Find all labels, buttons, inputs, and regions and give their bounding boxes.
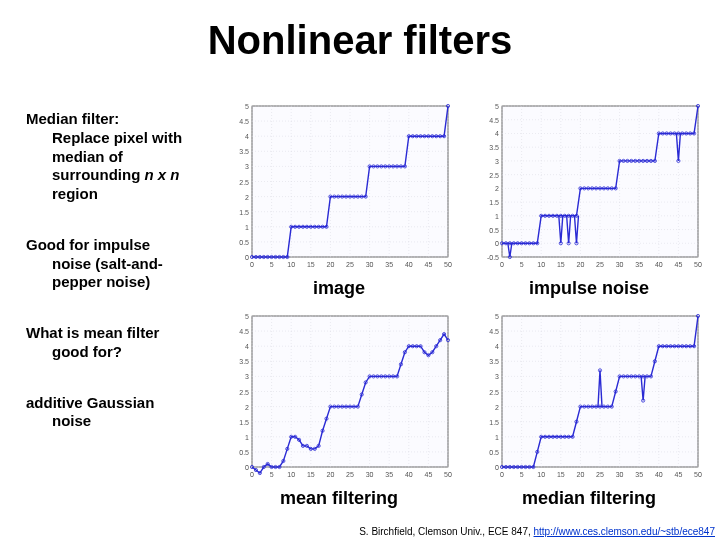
svg-text:2.5: 2.5 — [239, 389, 249, 396]
svg-text:3.5: 3.5 — [489, 144, 499, 151]
svg-text:5: 5 — [520, 471, 524, 478]
svg-text:4.5: 4.5 — [489, 117, 499, 124]
gaussian-block: additive Gaussian noise — [26, 394, 216, 432]
svg-text:50: 50 — [694, 261, 702, 268]
median-line3a: surrounding — [52, 166, 145, 183]
svg-text:35: 35 — [635, 471, 643, 478]
q-line1: What is mean filter — [26, 324, 159, 341]
footer-link[interactable]: http://www.ces.clemson.edu/~stb/ece847 — [534, 526, 716, 537]
good-for-block: Good for impulse noise (salt-and- pepper… — [26, 236, 216, 292]
svg-text:3.5: 3.5 — [239, 358, 249, 365]
svg-text:1: 1 — [495, 213, 499, 220]
svg-text:25: 25 — [346, 471, 354, 478]
svg-text:10: 10 — [537, 471, 545, 478]
svg-text:20: 20 — [577, 261, 585, 268]
svg-text:2: 2 — [245, 404, 249, 411]
svg-text:4.5: 4.5 — [239, 118, 249, 125]
chart-image: 0510152025303540455000.511.522.533.544.5… — [224, 100, 454, 273]
svg-text:35: 35 — [385, 261, 393, 268]
svg-text:0.5: 0.5 — [489, 227, 499, 234]
good-line3: pepper noise) — [26, 273, 150, 292]
svg-text:3: 3 — [495, 373, 499, 380]
median-line4: region — [52, 185, 98, 202]
svg-text:45: 45 — [425, 471, 433, 478]
svg-text:10: 10 — [287, 261, 295, 268]
svg-text:1.5: 1.5 — [489, 199, 499, 206]
gauss-line1: additive Gaussian — [26, 394, 154, 411]
caption-mean-filtering: mean filtering — [224, 488, 454, 509]
chart-median-filtering: 0510152025303540455000.511.522.533.544.5… — [474, 310, 704, 483]
svg-text:0.5: 0.5 — [239, 239, 249, 246]
q-line2: good for? — [26, 343, 122, 362]
svg-text:0: 0 — [250, 261, 254, 268]
svg-text:50: 50 — [694, 471, 702, 478]
median-filter-head: Median filter: — [26, 110, 216, 129]
svg-text:25: 25 — [596, 261, 604, 268]
slide: Nonlinear filters Median filter: Replace… — [0, 0, 720, 540]
svg-text:5: 5 — [245, 313, 249, 320]
svg-text:40: 40 — [405, 471, 413, 478]
caption-impulse-noise: impulse noise — [474, 278, 704, 299]
svg-text:40: 40 — [405, 261, 413, 268]
svg-text:50: 50 — [444, 261, 452, 268]
svg-text:25: 25 — [346, 261, 354, 268]
svg-text:30: 30 — [366, 471, 374, 478]
svg-text:4: 4 — [495, 343, 499, 350]
caption-image: image — [224, 278, 454, 299]
median-filter-block: Median filter: Replace pixel with median… — [26, 110, 216, 204]
median-line2: median of — [52, 148, 123, 165]
svg-text:40: 40 — [655, 261, 663, 268]
svg-text:0: 0 — [500, 471, 504, 478]
svg-text:2: 2 — [495, 185, 499, 192]
svg-text:5: 5 — [495, 103, 499, 110]
svg-text:3.5: 3.5 — [489, 358, 499, 365]
svg-text:4: 4 — [495, 130, 499, 137]
footer-text: S. Birchfield, Clemson Univ., ECE 847, — [359, 526, 533, 537]
svg-text:0: 0 — [495, 464, 499, 471]
svg-text:1: 1 — [245, 434, 249, 441]
svg-text:15: 15 — [557, 261, 565, 268]
chart-impulse-noise: 05101520253035404550-0.500.511.522.533.5… — [474, 100, 704, 273]
median-filter-sub: Replace pixel with median of surrounding… — [26, 129, 216, 204]
svg-text:5: 5 — [520, 261, 524, 268]
svg-text:25: 25 — [596, 471, 604, 478]
svg-text:1.5: 1.5 — [239, 419, 249, 426]
median-line1: Replace pixel with — [52, 129, 182, 146]
svg-text:4: 4 — [245, 133, 249, 140]
svg-text:10: 10 — [537, 261, 545, 268]
svg-text:2: 2 — [245, 194, 249, 201]
left-text-column: Median filter: Replace pixel with median… — [26, 110, 216, 463]
svg-text:4.5: 4.5 — [239, 328, 249, 335]
chart-mean-filtering: 0510152025303540455000.511.522.533.544.5… — [224, 310, 454, 483]
svg-text:15: 15 — [307, 471, 315, 478]
svg-text:40: 40 — [655, 471, 663, 478]
svg-text:3: 3 — [245, 163, 249, 170]
svg-text:30: 30 — [616, 261, 624, 268]
svg-text:45: 45 — [675, 471, 683, 478]
svg-text:35: 35 — [385, 471, 393, 478]
svg-text:3: 3 — [495, 158, 499, 165]
question-block: What is mean filter good for? — [26, 324, 216, 362]
svg-text:20: 20 — [327, 261, 335, 268]
svg-text:0: 0 — [245, 464, 249, 471]
svg-text:-0.5: -0.5 — [487, 254, 499, 261]
svg-text:1.5: 1.5 — [489, 419, 499, 426]
svg-text:20: 20 — [327, 471, 335, 478]
svg-text:3: 3 — [245, 373, 249, 380]
svg-text:4: 4 — [245, 343, 249, 350]
svg-text:20: 20 — [577, 471, 585, 478]
svg-text:1: 1 — [245, 224, 249, 231]
svg-text:1.5: 1.5 — [239, 209, 249, 216]
svg-text:15: 15 — [307, 261, 315, 268]
median-line3b: n x n — [145, 166, 180, 183]
svg-text:5: 5 — [270, 261, 274, 268]
gauss-line2: noise — [26, 412, 91, 431]
svg-text:2.5: 2.5 — [489, 389, 499, 396]
svg-text:30: 30 — [616, 471, 624, 478]
svg-text:50: 50 — [444, 471, 452, 478]
svg-text:2.5: 2.5 — [239, 179, 249, 186]
svg-text:0: 0 — [250, 471, 254, 478]
svg-text:0: 0 — [495, 240, 499, 247]
svg-text:2.5: 2.5 — [489, 172, 499, 179]
svg-text:0.5: 0.5 — [489, 449, 499, 456]
